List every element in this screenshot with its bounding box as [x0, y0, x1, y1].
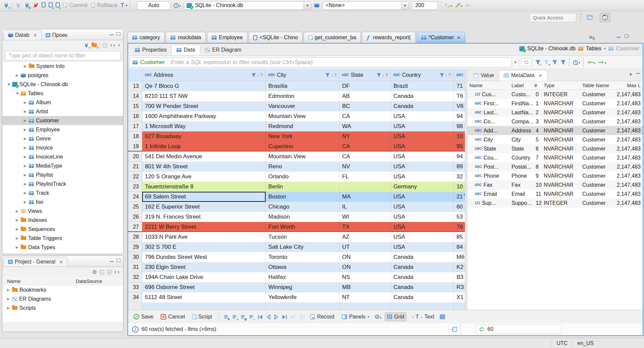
panels-button[interactable]: Panels▾ [340, 313, 371, 321]
cell-country[interactable]: Canada [391, 262, 454, 272]
meta-ordinal-cell[interactable]: 8 [534, 164, 542, 170]
editor-tab[interactable]: category ✕ [127, 32, 165, 43]
commit-mode-combo[interactable]: Auto [137, 1, 170, 10]
meta-type-cell[interactable]: NVARCHAR [542, 101, 580, 107]
metadata-row[interactable]: 123Cus... Custo... 0 INTEGER Customer 2,… [467, 90, 643, 99]
grid-row[interactable]: 17 1 Microsoft Way Redmond WA USA 98 [128, 121, 465, 131]
row-number-cell[interactable]: 23 [128, 182, 142, 192]
meta-label-cell[interactable]: City [509, 137, 534, 143]
cell-state[interactable]: ON [339, 252, 391, 262]
meta-maxlength-cell[interactable]: 2,147,483 [614, 146, 643, 152]
breadcrumb-db[interactable]: SQLite - Chinook.db [527, 46, 576, 52]
cell-country[interactable]: USA [391, 121, 454, 131]
tree-item[interactable]: PlaylistTrack [2, 179, 123, 188]
cell-country[interactable]: USA [391, 212, 454, 222]
row-number-cell[interactable]: 14 [128, 91, 142, 101]
meta-label-cell[interactable]: Fax [509, 182, 534, 188]
cell-city[interactable]: Ottawa [266, 262, 339, 272]
cell-state[interactable]: NT [339, 292, 391, 302]
save-button[interactable]: ✓Save [131, 313, 155, 321]
order-hint-icon[interactable]: ? [260, 72, 263, 78]
cell-state[interactable]: UT [339, 242, 391, 252]
meta-maxlength-cell[interactable]: 2,147,483 [614, 173, 643, 179]
meta-maxlength-cell[interactable]: 2,147,483 [614, 137, 643, 143]
meta-label-cell[interactable]: Email [509, 191, 534, 197]
cell-country[interactable]: Canada [391, 101, 454, 111]
cell-address[interactable]: 5112 48 Street [142, 292, 266, 302]
expand-arrow-icon[interactable] [16, 92, 21, 95]
row-number-cell[interactable]: 21 [128, 162, 142, 172]
cell-city[interactable]: Redmond [266, 121, 339, 131]
cell-address[interactable]: 796 Dundas Street West [142, 252, 266, 262]
minimize-icon[interactable] [110, 261, 114, 262]
sql-filter-input[interactable] [171, 59, 509, 66]
record-button[interactable]: Record [308, 313, 336, 321]
connection-combo[interactable]: SQLite - Chinook.db▼ [184, 1, 311, 10]
grid-row[interactable]: 29 302 S 700 E Salt Lake City UT USA 84 [128, 242, 465, 252]
open-sql-script-icon[interactable]: ➝ [49, 2, 53, 9]
row-number-cell[interactable]: 27 [128, 222, 142, 231]
cell-city[interactable]: Chicago [266, 202, 339, 212]
forward-icon[interactable]: ▾ [598, 59, 606, 65]
cell-state[interactable]: ON [339, 262, 391, 272]
tree-item[interactable]: Customer [2, 116, 123, 125]
cell-city[interactable]: Edmonton [266, 91, 339, 101]
project-item[interactable]: Bookmarks [2, 285, 123, 294]
cell-state[interactable]: WA [339, 121, 391, 131]
filter-funnel-icon[interactable] [252, 72, 256, 78]
cell-address[interactable]: 162 E Superior Street [142, 202, 266, 212]
tab-overflow-chevrons[interactable]: 5 [586, 34, 595, 41]
cell-city[interactable]: Halifax [266, 272, 339, 282]
grid-row[interactable]: 30 796 Dundas Street West Toronto ON Can… [128, 252, 465, 262]
metadata-column-header[interactable]: Max L [614, 82, 643, 88]
subtab[interactable]: ER Diagram [200, 45, 246, 55]
result-settings-gear-icon[interactable]: ⚙▾ [374, 313, 381, 321]
new-connection-icon[interactable]: + [84, 42, 89, 48]
meta-name-cell[interactable]: ABCPost... [467, 164, 509, 170]
cell-country[interactable]: Canada [391, 272, 454, 282]
cell-postalcode-clipped[interactable]: 85 [454, 232, 465, 242]
cell-city[interactable]: Mountain View [266, 152, 339, 162]
cell-address[interactable]: 1033 N Park Ave [142, 232, 266, 242]
delete-row-icon[interactable]: − [249, 314, 254, 320]
cell-postalcode-clipped[interactable]: 98 [454, 121, 465, 131]
meta-maxlength-cell[interactable]: 2,147,483 [614, 182, 643, 188]
meta-type-cell[interactable]: NVARCHAR [542, 110, 580, 116]
expand-arrow-icon[interactable] [24, 64, 29, 68]
cell-state[interactable]: MA [339, 192, 391, 202]
sort-icon[interactable]: ↕ [257, 72, 259, 77]
cell-country[interactable]: Canada [391, 91, 454, 101]
cell-state[interactable] [339, 182, 391, 192]
maximize-icon[interactable] [625, 35, 629, 38]
expand-arrow-icon[interactable] [24, 182, 29, 186]
filter-input-box[interactable]: Customer [129, 57, 512, 67]
grid-row[interactable]: 18 627 Broadway New York NY USA 10 [128, 131, 465, 141]
cell-country[interactable]: USA [391, 131, 454, 141]
meta-label-cell[interactable]: Suppo... [509, 200, 534, 206]
sort-icon[interactable]: ↕ [331, 72, 333, 77]
expand-arrow-icon[interactable] [24, 146, 29, 150]
tab-database-navigator[interactable]: Datab ✕ [4, 30, 42, 40]
cell-country[interactable]: USA [391, 162, 454, 172]
row-number-cell[interactable]: 29 [128, 242, 142, 252]
grid-row[interactable]: 28 1033 N Park Ave Tucson AZ USA 85 [128, 232, 465, 242]
disconnect-icon[interactable] [33, 2, 39, 8]
cell-state[interactable]: NV [339, 162, 391, 172]
cell-country[interactable]: USA [391, 111, 454, 121]
save-filter-icon[interactable]: ▫ [552, 59, 557, 65]
cell-state[interactable]: MB [339, 282, 391, 292]
tree-item[interactable]: Track [2, 188, 123, 197]
meta-table-cell[interactable]: Customer [580, 191, 614, 197]
meta-ordinal-cell[interactable]: 10 [534, 182, 542, 188]
metadata-row[interactable]: ABCFirst... FirstNa... 1 NVARCHAR Custom… [467, 99, 643, 108]
grid-row[interactable]: 32 194A Chain Lake Drive Halifax NS Cana… [128, 272, 465, 282]
refresh-icon[interactable] [479, 326, 484, 332]
meta-ordinal-cell[interactable]: 12 [534, 200, 542, 206]
value-view-icon[interactable] [440, 314, 445, 320]
corner-cell[interactable] [128, 69, 142, 81]
cell-city[interactable]: Vancouver [266, 101, 339, 111]
meta-ordinal-cell[interactable]: 6 [534, 146, 542, 152]
meta-type-cell[interactable]: NVARCHAR [542, 173, 580, 179]
meta-type-cell[interactable]: INTEGER [542, 200, 580, 206]
expand-arrow-icon[interactable] [24, 164, 29, 168]
